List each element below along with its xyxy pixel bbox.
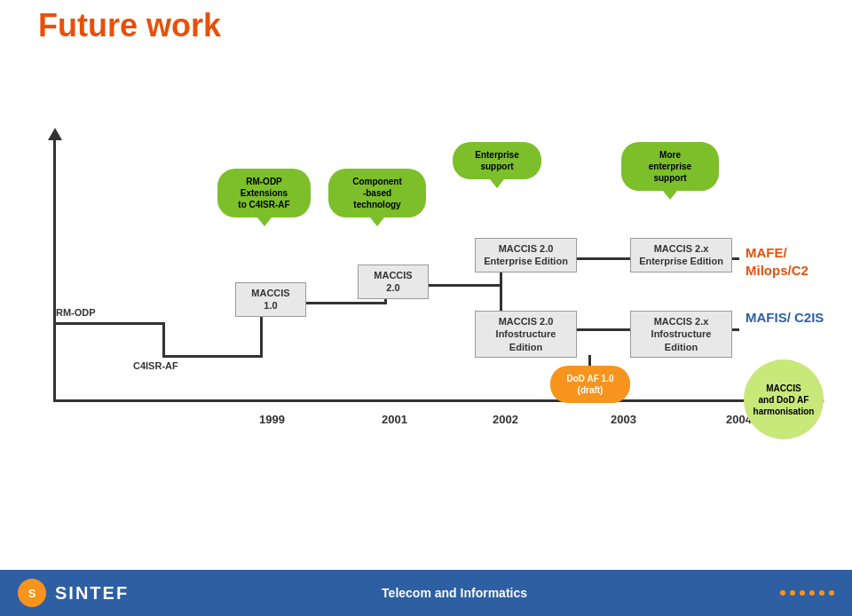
vertical-axis bbox=[53, 133, 56, 399]
dot-4 bbox=[809, 590, 815, 596]
maccis-20-label: MACCIS2.0 bbox=[358, 265, 429, 299]
maccis-10-label: MACCIS1.0 bbox=[235, 282, 306, 317]
year-2002: 2002 bbox=[493, 413, 518, 426]
rm-odp-label: RM-ODP bbox=[56, 306, 96, 319]
year-2003: 2003 bbox=[611, 413, 636, 426]
maccis-20-ee-label: MACCIS 2.0Enterprise Edition bbox=[475, 238, 577, 272]
c4isr-label: C4ISR-AF bbox=[133, 359, 178, 372]
year-1999: 1999 bbox=[259, 413, 285, 426]
dot-2 bbox=[790, 590, 795, 596]
line-1 bbox=[56, 322, 162, 325]
line-2 bbox=[162, 322, 165, 355]
vertical-axis-arrow bbox=[48, 128, 62, 140]
footer-logo-area: S SINTEF bbox=[18, 579, 129, 607]
footer-company: SINTEF bbox=[55, 583, 129, 604]
page-title: Future work bbox=[38, 7, 221, 44]
rm-odp-bubble: RM-ODPExtensionsto C4ISR-AF bbox=[217, 169, 311, 217]
logo-circle: S bbox=[18, 579, 46, 607]
component-bubble: Component-basedtechnology bbox=[328, 169, 426, 217]
dot-3 bbox=[800, 590, 805, 596]
dot-1 bbox=[780, 590, 785, 596]
dod-af-bubble: DoD AF 1.0(draft) bbox=[550, 366, 630, 403]
horizontal-axis bbox=[53, 399, 816, 402]
maccis-20-ie-label: MACCIS 2.0Infostructure Edition bbox=[475, 311, 577, 358]
enterprise-bubble: Enterprisesupport bbox=[453, 142, 541, 179]
footer-dots bbox=[780, 590, 834, 596]
dot-6 bbox=[829, 590, 834, 596]
year-2001: 2001 bbox=[382, 413, 407, 426]
dot-5 bbox=[819, 590, 824, 596]
mafe-label: MAFE/ Milops/C2 bbox=[746, 244, 852, 279]
more-enterprise-bubble: Moreenterprisesupport bbox=[621, 142, 719, 191]
svg-text:S: S bbox=[28, 587, 36, 600]
diagram: 1999 2001 2002 2003 2004 RM-ODP C4ISR-AF… bbox=[0, 53, 852, 550]
maccis-2x-ee-label: MACCIS 2.xEnterprise Edition bbox=[630, 238, 732, 272]
mafis-label: MAFIS/ C2IS bbox=[746, 309, 824, 327]
maccis-dod-circle: MACCISand DoD AFharmonisation bbox=[744, 359, 824, 439]
footer: S SINTEF Telecom and Informatics bbox=[0, 570, 852, 616]
footer-tagline: Telecom and Informatics bbox=[382, 586, 527, 600]
line-3 bbox=[162, 355, 260, 358]
maccis-2x-ie-label: MACCIS 2.xInfostructure Edition bbox=[630, 311, 732, 358]
